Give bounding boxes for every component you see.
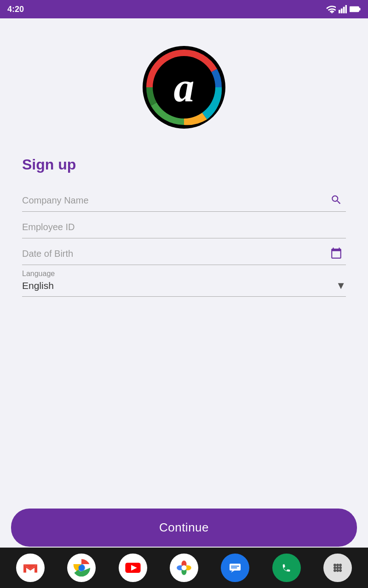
wifi-icon [326, 5, 336, 13]
logo-letter: a [174, 67, 195, 108]
employee-id-field [22, 216, 346, 238]
svg-point-28 [336, 564, 339, 566]
svg-rect-5 [359, 8, 361, 11]
svg-rect-0 [339, 10, 340, 14]
date-of-birth-field [22, 243, 346, 265]
language-value: English [22, 280, 54, 291]
svg-rect-23 [231, 567, 237, 568]
page-title: Sign up [22, 156, 346, 173]
svg-rect-2 [343, 7, 345, 13]
nav-bar [0, 548, 368, 588]
signup-form: Sign up Language [22, 156, 346, 297]
youtube-icon [124, 561, 142, 574]
svg-rect-21 [230, 564, 241, 571]
main-content: a Sign up [0, 18, 368, 588]
status-time: 4:20 [7, 5, 24, 14]
language-label: Language [22, 270, 346, 278]
status-bar: 4:20 [0, 0, 368, 18]
app-logo: a [143, 46, 225, 129]
nav-youtube[interactable] [119, 554, 147, 582]
employee-id-input[interactable] [22, 216, 346, 238]
date-of-birth-input[interactable] [22, 243, 346, 265]
signal-icon [339, 5, 347, 13]
language-select[interactable]: English ▼ [22, 280, 346, 292]
nav-more[interactable] [323, 554, 352, 582]
more-icon [330, 560, 345, 575]
svg-point-33 [334, 569, 336, 572]
status-icons [326, 5, 361, 13]
chrome-icon [73, 559, 90, 577]
nav-messages[interactable] [221, 554, 249, 582]
svg-point-31 [336, 566, 339, 569]
gmail-icon [22, 561, 39, 574]
svg-rect-1 [341, 9, 343, 14]
svg-rect-3 [345, 5, 347, 13]
svg-point-34 [336, 569, 339, 572]
company-name-input[interactable] [22, 190, 346, 211]
search-icon [330, 194, 342, 208]
battery-icon [350, 6, 361, 12]
phone-icon [278, 560, 295, 576]
messages-icon [227, 560, 243, 576]
svg-rect-22 [231, 566, 239, 567]
svg-point-35 [339, 569, 342, 572]
calendar-icon [330, 247, 342, 261]
chevron-down-icon: ▼ [336, 280, 346, 292]
nav-chrome[interactable] [67, 554, 96, 582]
svg-point-30 [334, 566, 336, 569]
svg-rect-4 [350, 6, 359, 11]
nav-photos[interactable] [170, 554, 198, 582]
photos-icon [175, 559, 193, 577]
language-field: Language English ▼ [22, 270, 346, 297]
continue-button-container: Continue [11, 509, 357, 547]
svg-point-10 [79, 565, 85, 571]
company-name-field [22, 190, 346, 212]
svg-point-27 [334, 564, 336, 566]
svg-point-32 [339, 566, 342, 569]
continue-button[interactable]: Continue [11, 509, 357, 547]
nav-phone[interactable] [272, 554, 301, 582]
svg-point-19 [181, 565, 186, 570]
nav-gmail[interactable] [16, 554, 45, 582]
svg-point-29 [339, 564, 342, 566]
